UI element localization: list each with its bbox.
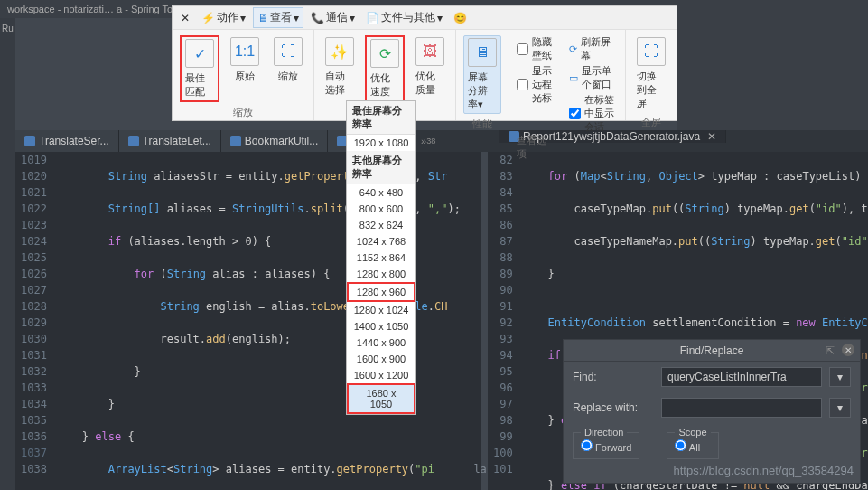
replace-input[interactable] xyxy=(661,398,822,418)
zoom-best-fit-button[interactable]: ✓最佳匹配 xyxy=(180,35,219,102)
ribbon-group-resolution: 🖥屏幕分辨率▾ 性能 xyxy=(456,30,509,120)
watermark: https://blog.csdn.net/qq_33584294 xyxy=(674,464,854,477)
java-icon xyxy=(24,136,35,146)
resolution-item[interactable]: 1280 x 800 xyxy=(347,266,415,282)
fs-group-label: 全屏 xyxy=(626,114,677,133)
ribbon-group-zoom: ✓最佳匹配 1:1原始 ⛶缩放 缩放 xyxy=(173,30,314,120)
ribbon-tab-comm[interactable]: 📞通信▾ xyxy=(307,8,359,27)
find-title-label: Find/Replace xyxy=(680,344,744,357)
resolution-item[interactable]: 1600 x 900 xyxy=(347,351,415,367)
ribbon-tabs: ✕ ⚡动作▾ 🖥查看▾ 📞通信▾ 📄文件与其他▾ 😊 xyxy=(173,6,677,30)
ribbon-tab-action[interactable]: ⚡动作▾ xyxy=(198,8,249,27)
quality-auto-button[interactable]: ✨自动选择 xyxy=(322,35,358,102)
editor-tab[interactable]: TranslateLet... xyxy=(119,130,221,152)
resolution-best-header: 最佳屏幕分辨率 xyxy=(347,101,415,135)
ribbon-close-button[interactable]: ✕ xyxy=(176,10,194,26)
pin-icon[interactable]: ⇱ xyxy=(826,344,835,357)
gutter-left: 1019102010211022102310241025102610271028… xyxy=(15,152,52,490)
ribbon-group-options: 隐藏壁纸 显示远程光标 查看选项 ⟳刷新屏幕 ▭显示单个窗口 在标签中显示会话 xyxy=(509,30,626,120)
resolution-item[interactable]: 1280 x 1024 xyxy=(347,302,415,318)
find-input[interactable] xyxy=(661,367,822,387)
option-single-window[interactable]: ▭显示单个窗口 xyxy=(569,64,618,91)
find-history-dropdown[interactable]: ▾ xyxy=(829,367,851,387)
resolution-item[interactable]: 640 x 480 xyxy=(347,184,415,201)
scope-all-radio[interactable]: All xyxy=(675,442,700,453)
java-icon xyxy=(128,136,139,146)
direction-legend: Direction xyxy=(581,427,627,438)
find-close-button[interactable]: ✕ xyxy=(842,344,854,356)
editor-tab[interactable]: TranslateSer... xyxy=(15,130,119,152)
tab-overflow[interactable]: » 38 xyxy=(415,130,484,152)
option-tab-session[interactable]: 在标签中显示会话 xyxy=(569,93,618,134)
ribbon-group-fullscreen: ⛶切换到全屏 全屏 xyxy=(626,30,677,120)
resolution-item[interactable]: 1600 x 1200 xyxy=(347,367,415,383)
quality-quality-button[interactable]: 🖼优化质量 xyxy=(412,35,448,102)
resolution-item[interactable]: 800 x 600 xyxy=(347,201,415,217)
replace-history-dropdown[interactable]: ▾ xyxy=(829,398,851,418)
resolution-item[interactable]: 1152 x 864 xyxy=(347,250,415,266)
quality-speed-button[interactable]: ⟳优化速度 xyxy=(365,35,405,102)
direction-forward-radio[interactable]: Forward xyxy=(581,442,631,453)
zoom-scale-button[interactable]: ⛶缩放 xyxy=(270,35,306,102)
scope-legend: Scope xyxy=(675,427,710,438)
editor-tab[interactable]: BookmarkUtil... xyxy=(221,130,328,152)
find-replace-dialog[interactable]: Find/Replace ⇱ ✕ Find: ▾ Replace with: ▾… xyxy=(563,339,861,484)
resolution-button[interactable]: 🖥屏幕分辨率▾ xyxy=(463,35,501,114)
left-strip: Ru xyxy=(0,18,15,490)
ribbon-tab-feedback[interactable]: 😊 xyxy=(450,10,471,26)
zoom-original-button[interactable]: 1:1原始 xyxy=(227,35,263,102)
fullscreen-button[interactable]: ⛶切换到全屏 xyxy=(633,35,669,112)
ribbon-overlay: ✕ ⚡动作▾ 🖥查看▾ 📞通信▾ 📄文件与其他▾ 😊 ✓最佳匹配 1:1原始 ⛶… xyxy=(172,5,677,121)
resolution-other-header: 其他屏幕分辨率 xyxy=(347,151,415,184)
ribbon-tab-files[interactable]: 📄文件与其他▾ xyxy=(362,8,446,27)
find-title-bar[interactable]: Find/Replace ⇱ ✕ xyxy=(564,340,860,362)
resolution-item[interactable]: 1400 x 1050 xyxy=(347,318,415,335)
gutter-right: 8283848586878889909192939495969798991001… xyxy=(488,152,518,490)
options-group-label: 查看选项 xyxy=(517,132,555,165)
java-icon xyxy=(230,136,241,146)
find-label: Find: xyxy=(573,371,654,383)
right-bg xyxy=(677,18,868,130)
scope-group: Scope All xyxy=(667,427,718,459)
resolution-item[interactable]: 1920 x 1080 xyxy=(347,135,415,151)
direction-group: Direction Forward xyxy=(573,427,639,459)
replace-label: Replace with: xyxy=(573,401,654,414)
ru-label: Ru xyxy=(0,18,15,39)
code-left[interactable]: String aliasesStr = entity.getProperty("… xyxy=(52,152,562,490)
zoom-group-label: 缩放 xyxy=(173,104,313,123)
resolution-item[interactable]: 1024 x 768 xyxy=(347,233,415,250)
option-refresh-screen[interactable]: ⟳刷新屏幕 xyxy=(569,35,618,62)
resolution-item[interactable]: 1440 x 900 xyxy=(347,335,415,351)
resolution-item[interactable]: 832 x 624 xyxy=(347,217,415,233)
ribbon-tab-view[interactable]: 🖥查看▾ xyxy=(253,7,303,28)
resolution-menu: 最佳屏幕分辨率 1920 x 1080 其他屏幕分辨率 640 x 480 80… xyxy=(346,100,416,415)
close-icon[interactable]: ✕ xyxy=(707,130,716,143)
resolution-item[interactable]: 1680 x 1050 xyxy=(347,383,415,414)
option-show-cursor[interactable]: 显示远程光标 xyxy=(517,64,555,105)
resolution-item[interactable]: 1280 x 960 xyxy=(347,282,415,302)
option-hide-wallpaper[interactable]: 隐藏壁纸 xyxy=(517,35,555,62)
